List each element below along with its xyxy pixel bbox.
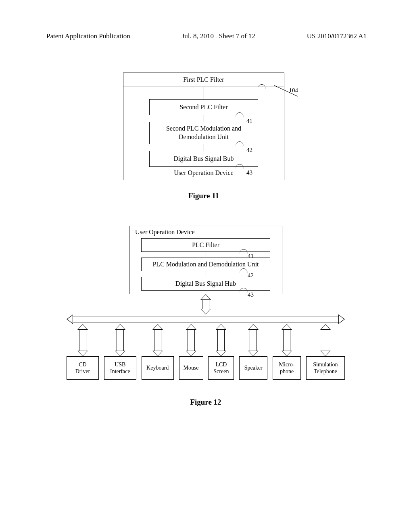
bus-connector-arrow xyxy=(320,324,331,356)
connector-line xyxy=(204,115,204,122)
peripheral-label: LCDScreen xyxy=(213,361,229,375)
peripheral-simulation-telephone: SimulationTelephone xyxy=(306,356,345,380)
connector-line xyxy=(204,144,204,151)
peripheral-microphone: Micro-phone xyxy=(273,356,301,380)
second-plc-filter-label: Second PLC Filter xyxy=(179,104,227,111)
peripheral-col: Micro-phone xyxy=(273,324,301,380)
peripheral-keyboard: Keyboard xyxy=(142,356,174,380)
peripheral-label: USBInterface xyxy=(110,361,130,375)
peripheral-label: Keyboard xyxy=(146,364,169,372)
second-plc-modem-box: Second PLC Modulation and Demodulation U… xyxy=(149,122,258,144)
ref-arc-icon xyxy=(240,268,248,273)
ref-arc-icon xyxy=(240,288,248,293)
digital-bus-hub-box: Digital Bus Signal Hub xyxy=(141,277,270,291)
bus-connector-arrow xyxy=(200,294,211,314)
peripheral-mouse: Mouse xyxy=(179,356,203,380)
peripheral-col: Speaker xyxy=(239,324,267,380)
peripheral-col: SimulationTelephone xyxy=(306,324,345,380)
connector-line xyxy=(204,87,204,99)
second-plc-modem-label-1: Second PLC Modulation and xyxy=(166,125,241,133)
bus-connector-arrow xyxy=(115,324,125,356)
peripheral-speaker: Speaker xyxy=(239,356,267,380)
digital-bus-hub-label: Digital Bus Signal Hub xyxy=(175,280,236,287)
first-plc-filter-label: First PLC Filter xyxy=(183,76,224,83)
peripheral-label: Speaker xyxy=(244,364,263,372)
bus-connector-arrow xyxy=(282,324,292,356)
peripheral-lcd-screen: LCDScreen xyxy=(208,356,234,380)
device-title: User Operation Device xyxy=(129,229,282,236)
plc-filter-label: PLC Filter xyxy=(192,241,219,249)
header-right: US 2010/0172362 A1 xyxy=(307,32,367,40)
page-header: Patent Application Publication Jul. 8, 2… xyxy=(0,32,413,40)
peripheral-label: Mouse xyxy=(183,364,198,372)
second-plc-modem-label-2: Demodulation Unit xyxy=(179,133,229,141)
ref-43: 43 xyxy=(248,291,254,298)
second-plc-filter-box: Second PLC Filter xyxy=(149,99,258,115)
user-operation-device-box: User Operation Device PLC Filter 41 PLC … xyxy=(129,226,282,294)
figure-12-caption: Figure 12 xyxy=(67,398,345,407)
figure-11: First PLC Filter 104 Second PLC Filter 4… xyxy=(123,73,284,200)
peripheral-col: USBInterface xyxy=(104,324,136,380)
ref-43: 43 xyxy=(246,169,252,176)
user-operation-device-label: User Operation Device xyxy=(123,169,284,177)
figure-11-caption: Figure 11 xyxy=(123,191,284,200)
peripheral-label: CDDriver xyxy=(75,361,90,375)
figure-12: User Operation Device PLC Filter 41 PLC … xyxy=(67,226,345,407)
connector-line xyxy=(206,252,206,258)
peripheral-label: SimulationTelephone xyxy=(313,361,338,375)
bus-connector-arrow xyxy=(77,324,88,356)
peripheral-label: Micro-phone xyxy=(279,361,295,375)
peripheral-usb-interface: USBInterface xyxy=(104,356,136,380)
ref-arc-icon xyxy=(236,164,244,169)
ref-arc-icon xyxy=(240,249,248,254)
digital-bus-hub-label: Digital Bus Signal Bub xyxy=(174,155,234,162)
peripheral-cd-driver: CDDriver xyxy=(67,356,99,380)
header-middle: Jul. 8, 2010 Sheet 7 of 12 xyxy=(182,32,255,40)
digital-bus-hub-box: Digital Bus Signal Bub xyxy=(149,151,258,167)
ref-arc-icon xyxy=(236,112,244,117)
bus-connector-arrow xyxy=(186,324,196,356)
bus-connector-arrow xyxy=(248,324,259,356)
ref-arc-icon xyxy=(236,141,244,146)
plc-modem-label: PLC Modulation and Demodulation Unit xyxy=(152,261,259,268)
ref-104: 104 xyxy=(289,87,298,94)
plc-filter-box: PLC Filter xyxy=(141,238,270,252)
peripheral-col: CDDriver xyxy=(67,324,99,380)
plc-modem-box: PLC Modulation and Demodulation Unit xyxy=(141,258,270,271)
bus-connector-arrow xyxy=(216,324,226,356)
header-left: Patent Application Publication xyxy=(46,32,130,40)
horizontal-bus-arrow xyxy=(67,314,345,324)
peripheral-col: Keyboard xyxy=(142,324,174,380)
peripheral-col: Mouse xyxy=(179,324,203,380)
user-operation-device-box: Second PLC Filter 41 Second PLC Modulati… xyxy=(123,87,284,180)
peripheral-col: LCDScreen xyxy=(208,324,234,380)
peripherals-row: CDDriver USBInterface Keyboard Mouse LCD… xyxy=(67,324,345,380)
connector-line xyxy=(206,271,206,277)
bus-connector-arrow xyxy=(152,324,163,356)
first-plc-filter-box: First PLC Filter xyxy=(123,73,284,87)
